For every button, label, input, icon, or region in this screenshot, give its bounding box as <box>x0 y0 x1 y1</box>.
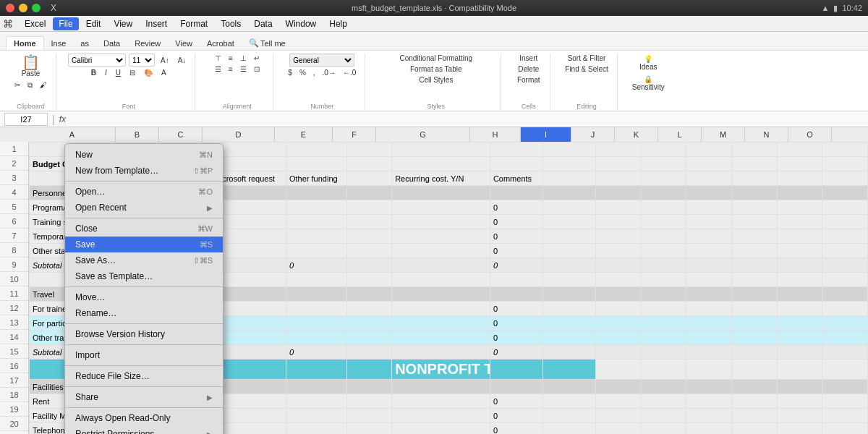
tab-review[interactable]: Review <box>127 37 168 50</box>
cell-7-K[interactable] <box>641 229 686 244</box>
comma-button[interactable]: , <box>310 68 318 77</box>
cell-15-F[interactable] <box>346 345 392 359</box>
conditional-formatting-button[interactable]: Conditional Formatting <box>396 54 475 63</box>
cell-6-I[interactable] <box>542 215 595 229</box>
cell-1-L[interactable] <box>686 142 732 157</box>
cell-1-H[interactable] <box>490 142 542 157</box>
cell-2-G[interactable] <box>392 157 490 171</box>
cell-8-I[interactable] <box>542 244 595 258</box>
cell-16-L[interactable] <box>686 359 732 380</box>
cell-13-N[interactable] <box>777 316 822 331</box>
cell-6-N[interactable] <box>777 215 822 229</box>
cell-17-G[interactable] <box>392 380 490 394</box>
menu-window[interactable]: Window <box>280 17 323 30</box>
tab-data[interactable]: Data <box>96 37 127 50</box>
cell-11-J[interactable] <box>596 287 642 302</box>
close-window-button[interactable] <box>6 4 14 12</box>
cell-14-H[interactable]: 0 <box>490 331 542 345</box>
percent-button[interactable]: % <box>297 68 309 77</box>
cell-16-M[interactable] <box>731 359 777 380</box>
col-header-F[interactable]: F <box>333 127 376 142</box>
cell-12-N[interactable] <box>777 302 822 316</box>
cell-5-G[interactable] <box>392 200 490 215</box>
cell-7-M[interactable] <box>731 229 777 244</box>
cell-1-F[interactable] <box>346 142 392 157</box>
cell-17-O[interactable] <box>822 380 868 394</box>
menu-item-move[interactable]: Move… <box>65 289 223 305</box>
menu-format[interactable]: Format <box>174 17 213 30</box>
menu-item-rename[interactable]: Rename… <box>65 305 223 321</box>
cell-12-H[interactable]: 0 <box>490 302 542 316</box>
cell-18-J[interactable] <box>596 394 642 409</box>
align-top-button[interactable]: ⊤ <box>212 54 224 63</box>
menu-item-save-as-template[interactable]: Save as Template… <box>65 268 223 284</box>
cell-18-N[interactable] <box>777 394 822 409</box>
cell-11-K[interactable] <box>641 287 686 302</box>
col-header-M[interactable]: M <box>702 127 745 142</box>
col-header-N[interactable]: N <box>745 127 788 142</box>
cell-16-N[interactable] <box>777 359 822 380</box>
col-header-J[interactable]: J <box>571 127 615 142</box>
cell-5-J[interactable] <box>596 200 642 215</box>
cell-19-N[interactable] <box>777 409 822 423</box>
cell-6-L[interactable] <box>686 215 732 229</box>
cell-15-O[interactable] <box>822 345 868 359</box>
cell-5-O[interactable] <box>822 200 868 215</box>
menu-item-share[interactable]: Share▶ <box>65 389 223 405</box>
cell-7-O[interactable] <box>822 229 868 244</box>
decrease-decimal-button[interactable]: ←.0 <box>340 68 359 77</box>
currency-button[interactable]: $ <box>285 68 295 77</box>
cell-2-N[interactable] <box>777 157 822 171</box>
cell-8-E[interactable] <box>286 244 346 258</box>
cell-19-E[interactable] <box>286 409 346 423</box>
cell-8-H[interactable]: 0 <box>490 244 542 258</box>
cell-3-O[interactable] <box>822 171 868 186</box>
underline-button[interactable]: U <box>113 68 124 77</box>
menu-help[interactable]: Help <box>323 17 353 30</box>
menu-item-always-open-readonly[interactable]: Always Open Read-Only <box>65 410 223 426</box>
format-painter-button[interactable]: 🖌 <box>37 80 50 90</box>
cell-1-J[interactable] <box>596 142 642 157</box>
tab-view[interactable]: View <box>168 37 200 50</box>
cell-7-L[interactable] <box>686 229 732 244</box>
menu-data[interactable]: Data <box>248 17 278 30</box>
cell-15-L[interactable] <box>686 345 732 359</box>
merge-center-button[interactable]: ⊡ <box>251 64 263 74</box>
cell-2-O[interactable] <box>822 157 868 171</box>
font-size-select[interactable]: 11 <box>129 54 155 67</box>
cell-14-L[interactable] <box>686 331 732 345</box>
align-left-button[interactable]: ☰ <box>212 64 224 74</box>
ideas-button[interactable]: 💡 Ideas <box>637 54 660 72</box>
sort-filter-button[interactable]: Sort & Filter <box>565 54 609 63</box>
cell-18-F[interactable] <box>346 394 392 409</box>
cell-16-H[interactable] <box>490 359 542 380</box>
cell-5-K[interactable] <box>641 200 686 215</box>
cell-10-M[interactable] <box>731 273 777 287</box>
cell-14-I[interactable] <box>542 331 595 345</box>
cell-13-E[interactable] <box>286 316 346 331</box>
cell-9-H[interactable]: 0 <box>490 258 542 273</box>
name-box-input[interactable] <box>4 113 48 126</box>
cell-18-O[interactable] <box>822 394 868 409</box>
cell-4-I[interactable] <box>542 186 595 200</box>
cell-8-L[interactable] <box>686 244 732 258</box>
cell-5-E[interactable] <box>286 200 346 215</box>
cell-9-G[interactable] <box>392 258 490 273</box>
cell-12-E[interactable] <box>286 302 346 316</box>
cell-2-J[interactable] <box>596 157 642 171</box>
cell-3-M[interactable] <box>731 171 777 186</box>
cell-16-I[interactable] <box>542 359 595 380</box>
menu-item-save-as[interactable]: Save As…⇧⌘S <box>65 252 223 268</box>
cell-8-N[interactable] <box>777 244 822 258</box>
cell-11-H[interactable] <box>490 287 542 302</box>
cell-8-G[interactable] <box>392 244 490 258</box>
tab-as[interactable]: as <box>73 37 96 50</box>
cell-14-N[interactable] <box>777 331 822 345</box>
align-middle-button[interactable]: ≡ <box>226 54 236 63</box>
cell-18-I[interactable] <box>542 394 595 409</box>
cell-5-N[interactable] <box>777 200 822 215</box>
cell-17-K[interactable] <box>641 380 686 394</box>
cell-3-H[interactable]: Comments <box>490 171 542 186</box>
format-as-table-button[interactable]: Format as Table <box>407 64 465 74</box>
col-header-K[interactable]: K <box>615 127 658 142</box>
